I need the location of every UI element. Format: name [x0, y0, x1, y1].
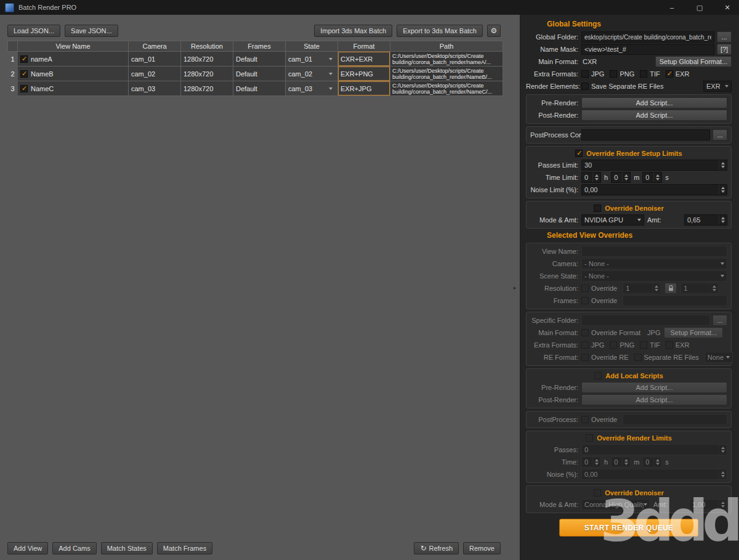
- spinner-arrows-icon[interactable]: [622, 457, 630, 467]
- resolution-width-spinner[interactable]: 1: [623, 283, 661, 294]
- re-format-dropdown[interactable]: EXR: [703, 81, 732, 92]
- table-row[interactable]: 1 nameA cam_01 1280x720 Default cam_01 C…: [8, 52, 503, 67]
- passes-spinner[interactable]: 0: [581, 444, 727, 455]
- override-limits-checkbox[interactable]: [575, 150, 583, 157]
- time-limit-hours-spinner[interactable]: 0: [581, 172, 601, 183]
- name-mask-help-button[interactable]: [?]: [717, 44, 732, 55]
- save-json-button[interactable]: Save JSON...: [65, 25, 118, 37]
- cell-camera[interactable]: cam_03: [129, 81, 181, 96]
- view-name-input[interactable]: [581, 246, 727, 257]
- camera-dropdown[interactable]: - None -: [581, 258, 727, 269]
- setup-format-button[interactable]: Setup Format...: [664, 327, 723, 338]
- local-denoiser-amt-spinner[interactable]: 1,00: [689, 499, 727, 510]
- time-seconds-spinner[interactable]: 0: [642, 457, 662, 468]
- table-row[interactable]: 2 NameB cam_02 1280x720 Default cam_02 E…: [8, 67, 503, 81]
- export-3dsmax-batch-button[interactable]: Export to 3ds Max Batch: [397, 25, 483, 37]
- cell-resolution[interactable]: 1280x720: [181, 67, 233, 81]
- specific-folder-input[interactable]: [581, 315, 710, 326]
- cell-camera[interactable]: cam_02: [129, 67, 181, 81]
- spinner-arrows-icon[interactable]: [653, 457, 661, 467]
- spinner-arrows-icon[interactable]: [710, 283, 718, 293]
- spinner-arrows-icon[interactable]: [719, 160, 727, 170]
- import-3dsmax-batch-button[interactable]: Import 3ds Max Batch: [314, 25, 392, 37]
- png-checkbox[interactable]: [610, 70, 617, 78]
- override-re-checkbox[interactable]: [581, 354, 589, 361]
- time-hours-spinner[interactable]: 0: [581, 457, 601, 468]
- noise-limit-spinner[interactable]: 0,00: [581, 184, 727, 195]
- column-header-state[interactable]: State: [286, 41, 338, 52]
- resolution-height-spinner[interactable]: 1: [680, 283, 719, 294]
- exr-checkbox[interactable]: [666, 70, 673, 78]
- column-header-view-name[interactable]: View Name: [18, 41, 129, 52]
- match-frames-button[interactable]: Match Frames: [157, 542, 212, 554]
- spinner-arrows-icon[interactable]: [719, 215, 727, 225]
- override-tif-checkbox[interactable]: [640, 341, 647, 349]
- spinner-arrows-icon[interactable]: [719, 445, 727, 455]
- setup-global-format-button[interactable]: Setup Global Format...: [655, 56, 732, 67]
- cell-resolution[interactable]: 1280x720: [181, 81, 233, 96]
- cell-view-name[interactable]: NameB: [18, 67, 129, 81]
- global-folder-input[interactable]: [581, 31, 714, 43]
- scene-state-dropdown[interactable]: - None -: [581, 270, 727, 282]
- postprocess-conf-input[interactable]: [581, 129, 710, 140]
- add-view-button[interactable]: Add View: [7, 542, 48, 554]
- cell-frames[interactable]: Default: [233, 81, 286, 96]
- override-render-limits-checkbox[interactable]: [586, 434, 593, 442]
- add-cams-button[interactable]: Add Cams: [52, 542, 96, 554]
- cell-path[interactable]: C:/Users/user/Desktop/scripts/Create bui…: [390, 67, 503, 81]
- separate-re-files-checkbox[interactable]: [634, 354, 642, 361]
- spinner-arrows-icon[interactable]: [652, 283, 660, 293]
- minimize-button[interactable]: –: [660, 0, 684, 15]
- cell-camera[interactable]: cam_01: [129, 52, 181, 67]
- row-number[interactable]: 3: [8, 81, 18, 96]
- panel-collapse-handle[interactable]: ▸: [512, 283, 518, 292]
- refresh-button[interactable]: ↻ Refresh: [414, 542, 459, 554]
- row-number[interactable]: 2: [8, 67, 18, 81]
- cell-frames[interactable]: Default: [233, 52, 286, 67]
- override-denoiser-checkbox[interactable]: [594, 205, 601, 212]
- time-limit-minutes-spinner[interactable]: 0: [611, 172, 631, 183]
- maximize-button[interactable]: ▢: [688, 0, 711, 15]
- override-exr-checkbox[interactable]: [666, 341, 673, 349]
- postprocess-conf-browse-button[interactable]: ...: [713, 129, 727, 140]
- passes-limit-spinner[interactable]: 30: [581, 160, 727, 171]
- local-post-render-add-script-button[interactable]: Add Script...: [581, 394, 727, 405]
- local-override-denoiser-checkbox[interactable]: [594, 489, 601, 497]
- aspect-lock-button[interactable]: [664, 283, 677, 294]
- tif-checkbox[interactable]: [640, 70, 647, 78]
- jpg-checkbox[interactable]: [581, 70, 589, 78]
- spinner-arrows-icon[interactable]: [592, 457, 600, 467]
- cell-format[interactable]: CXR+EXR: [338, 52, 390, 67]
- cell-path[interactable]: C:/Users/user/Desktop/scripts/Create bui…: [390, 52, 503, 67]
- match-states-button[interactable]: Match States: [101, 542, 153, 554]
- cell-view-name[interactable]: NameC: [18, 81, 129, 96]
- pre-render-add-script-button[interactable]: Add Script...: [581, 97, 727, 108]
- local-denoiser-mode-dropdown[interactable]: Corona High Quality: [581, 499, 650, 510]
- load-json-button[interactable]: Load JSON...: [7, 25, 60, 37]
- row-enabled-checkbox[interactable]: [20, 70, 28, 78]
- column-header-resolution[interactable]: Resolution: [181, 41, 233, 52]
- name-mask-input[interactable]: [581, 44, 714, 55]
- frames-input[interactable]: [623, 295, 727, 306]
- cell-state-dropdown[interactable]: cam_02: [286, 67, 338, 81]
- resolution-override-checkbox[interactable]: [581, 285, 589, 292]
- cell-resolution[interactable]: 1280x720: [181, 52, 233, 67]
- spinner-arrows-icon[interactable]: [719, 500, 727, 509]
- override-re-format-dropdown[interactable]: None: [705, 352, 733, 363]
- specific-folder-browse-button[interactable]: ...: [713, 315, 727, 326]
- table-row[interactable]: 3 NameC cam_03 1280x720 Default cam_03 E…: [8, 81, 503, 96]
- frames-override-checkbox[interactable]: [581, 297, 589, 304]
- post-render-add-script-button[interactable]: Add Script...: [581, 110, 727, 121]
- column-header-format[interactable]: Format: [338, 41, 390, 52]
- cell-state-dropdown[interactable]: cam_01: [286, 52, 338, 67]
- denoiser-amt-spinner[interactable]: 0,65: [684, 214, 727, 225]
- column-header-frames[interactable]: Frames: [233, 41, 286, 52]
- override-png-checkbox[interactable]: [610, 341, 617, 349]
- postprocess-override-checkbox[interactable]: [581, 416, 589, 423]
- start-render-queue-button[interactable]: START RENDER QUEUE: [559, 519, 698, 537]
- row-enabled-checkbox[interactable]: [20, 85, 28, 92]
- override-format-checkbox[interactable]: [581, 329, 589, 336]
- noise-spinner[interactable]: 0,00: [581, 469, 727, 480]
- close-button[interactable]: ✕: [716, 0, 739, 15]
- row-enabled-checkbox[interactable]: [20, 55, 28, 63]
